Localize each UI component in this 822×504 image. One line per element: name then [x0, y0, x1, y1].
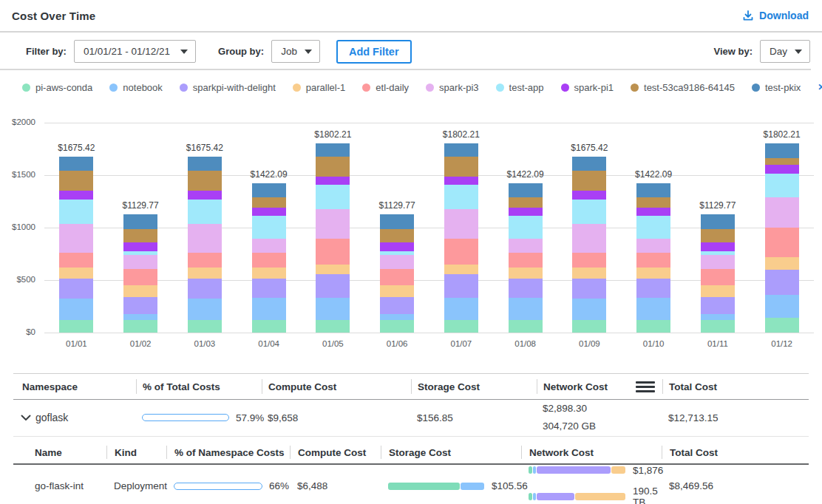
column-header-name[interactable]: Name — [13, 446, 106, 459]
bar-segment-notebook[interactable] — [123, 314, 157, 320]
bar-segment-parallel-1[interactable] — [636, 268, 670, 279]
bar-segment-test-pkix[interactable] — [572, 157, 606, 171]
bar-segment-parallel-1[interactable] — [765, 257, 799, 270]
bar-segment-etl-daily[interactable] — [765, 228, 799, 257]
stacked-bar-01/07[interactable] — [444, 143, 478, 333]
bar-segment-notebook[interactable] — [188, 299, 222, 321]
date-range-dropdown[interactable]: 01/01/21 - 01/12/21 — [74, 40, 196, 63]
bar-segment-parallel-1[interactable] — [572, 268, 606, 279]
bar-segment-spark-pi1[interactable] — [701, 242, 735, 251]
bar-segment-sparkpi-with-delight[interactable] — [123, 297, 157, 315]
bar-segment-etl-daily[interactable] — [572, 253, 606, 267]
bar-segment-test-53ca9186-64145[interactable] — [59, 171, 93, 191]
bar-segment-notebook[interactable] — [59, 299, 93, 321]
legend-item-test-pkix[interactable]: test-pkix — [752, 82, 801, 93]
bar-segment-test-pkix[interactable] — [636, 183, 670, 197]
bar-segment-test-pkix[interactable] — [252, 183, 286, 197]
column-header-storage[interactable]: Storage Cost — [381, 446, 521, 459]
bar-segment-test-53ca9186-64145[interactable] — [252, 197, 286, 208]
bar-segment-parallel-1[interactable] — [59, 268, 93, 279]
bar-segment-sparkpi-with-delight[interactable] — [444, 274, 478, 298]
column-header-compute[interactable]: Compute Cost — [290, 446, 381, 459]
bar-segment-test-app[interactable] — [765, 174, 799, 197]
bar-segment-test-pkix[interactable] — [701, 214, 735, 229]
bar-segment-test-53ca9186-64145[interactable] — [572, 171, 606, 191]
bar-segment-pi-aws-conda[interactable] — [572, 320, 606, 333]
bar-segment-spark-pi3[interactable] — [636, 239, 670, 252]
bar-segment-etl-daily[interactable] — [59, 253, 93, 267]
bar-segment-test-app[interactable] — [252, 216, 286, 239]
bar-segment-spark-pi1[interactable] — [572, 191, 606, 199]
bar-segment-notebook[interactable] — [316, 298, 350, 320]
add-filter-button[interactable]: Add Filter — [336, 40, 412, 64]
bar-segment-pi-aws-conda[interactable] — [252, 320, 286, 333]
bar-segment-sparkpi-with-delight[interactable] — [701, 297, 735, 315]
bar-segment-spark-pi1[interactable] — [123, 242, 157, 251]
bar-segment-notebook[interactable] — [572, 299, 606, 321]
bar-segment-spark-pi3[interactable] — [252, 239, 286, 252]
column-header-namespace[interactable]: Namespace — [13, 379, 136, 394]
bar-segment-test-53ca9186-64145[interactable] — [701, 229, 735, 242]
column-header-storage[interactable]: Storage Cost — [411, 379, 537, 394]
bar-segment-pi-aws-conda[interactable] — [509, 320, 543, 333]
bar-segment-test-pkix[interactable] — [444, 143, 478, 156]
column-header-compute[interactable]: Compute Cost — [262, 379, 411, 394]
bar-segment-spark-pi3[interactable] — [123, 255, 157, 268]
bar-segment-parallel-1[interactable] — [380, 285, 414, 296]
bar-segment-spark-pi1[interactable] — [380, 242, 414, 251]
bar-segment-pi-aws-conda[interactable] — [380, 320, 414, 333]
bar-segment-test-app[interactable] — [316, 185, 350, 210]
bar-segment-test-pkix[interactable] — [123, 214, 157, 229]
stacked-bar-01/05[interactable] — [316, 143, 350, 333]
bar-segment-sparkpi-with-delight[interactable] — [59, 279, 93, 298]
bar-segment-notebook[interactable] — [701, 314, 735, 320]
bar-segment-test-pkix[interactable] — [188, 157, 222, 171]
bar-segment-parallel-1[interactable] — [444, 265, 478, 274]
bar-segment-spark-pi3[interactable] — [701, 255, 735, 268]
column-header-total[interactable]: Total Cost — [662, 446, 809, 459]
column-header-total[interactable]: Total Cost — [662, 379, 809, 394]
bar-segment-notebook[interactable] — [380, 314, 414, 320]
bar-segment-parallel-1[interactable] — [188, 268, 222, 279]
stacked-bar-01/10[interactable] — [636, 183, 670, 333]
legend-item-pi-aws-conda[interactable]: pi-aws-conda — [22, 82, 92, 93]
bar-segment-sparkpi-with-delight[interactable] — [188, 279, 222, 298]
bar-segment-spark-pi1[interactable] — [509, 208, 543, 217]
bar-segment-test-53ca9186-64145[interactable] — [765, 158, 799, 165]
legend-item-spark-pi3[interactable]: spark-pi3 — [426, 82, 478, 93]
bar-segment-test-53ca9186-64145[interactable] — [636, 197, 670, 208]
stacked-bar-01/03[interactable] — [188, 157, 222, 333]
column-settings-icon[interactable] — [636, 381, 655, 392]
bar-segment-test-pkix[interactable] — [316, 143, 350, 156]
legend-item-etl-daily[interactable]: etl-daily — [362, 82, 409, 93]
bar-segment-spark-pi3[interactable] — [380, 255, 414, 268]
bar-segment-sparkpi-with-delight[interactable] — [636, 279, 670, 298]
bar-segment-pi-aws-conda[interactable] — [636, 320, 670, 333]
stacked-bar-01/02[interactable] — [123, 214, 157, 333]
bar-segment-test-53ca9186-64145[interactable] — [509, 197, 543, 208]
bar-segment-spark-pi3[interactable] — [444, 209, 478, 239]
bar-segment-spark-pi1[interactable] — [765, 165, 799, 174]
bar-segment-spark-pi1[interactable] — [636, 208, 670, 217]
bar-segment-test-53ca9186-64145[interactable] — [123, 229, 157, 242]
bar-segment-parallel-1[interactable] — [316, 265, 350, 274]
bar-segment-spark-pi3[interactable] — [509, 239, 543, 252]
deselect-all-button[interactable]: ✕ Deselect All — [818, 76, 822, 98]
bar-segment-parallel-1[interactable] — [123, 285, 157, 296]
bar-segment-etl-daily[interactable] — [316, 239, 350, 265]
bar-segment-sparkpi-with-delight[interactable] — [572, 279, 606, 298]
legend-item-sparkpi-with-delight[interactable]: sparkpi-with-delight — [180, 82, 276, 93]
bar-segment-notebook[interactable] — [636, 298, 670, 320]
bar-segment-sparkpi-with-delight[interactable] — [380, 297, 414, 315]
bar-segment-spark-pi1[interactable] — [59, 191, 93, 199]
bar-segment-pi-aws-conda[interactable] — [444, 320, 478, 333]
bar-segment-sparkpi-with-delight[interactable] — [765, 270, 799, 294]
bar-segment-sparkpi-with-delight[interactable] — [509, 279, 543, 298]
stacked-bar-01/01[interactable] — [59, 157, 93, 333]
bar-segment-pi-aws-conda[interactable] — [188, 320, 222, 333]
bar-segment-spark-pi3[interactable] — [765, 197, 799, 228]
bar-segment-spark-pi3[interactable] — [59, 224, 93, 253]
stacked-bar-01/06[interactable] — [380, 214, 414, 333]
bar-segment-test-53ca9186-64145[interactable] — [316, 157, 350, 177]
download-button[interactable]: Download — [742, 10, 809, 21]
